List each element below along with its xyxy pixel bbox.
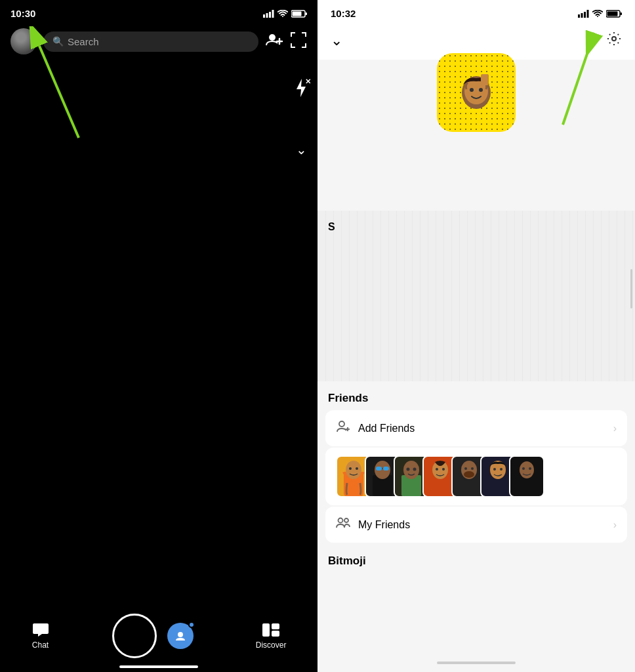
search-placeholder: Search (68, 36, 99, 47)
snapcode[interactable] (437, 53, 516, 132)
svg-rect-19 (581, 13, 583, 18)
search-icon: 🔍 (52, 36, 64, 47)
svg-point-49 (413, 468, 417, 471)
scan-button[interactable] (290, 32, 307, 52)
svg-rect-20 (584, 12, 586, 18)
my-friends-row[interactable]: My Friends › (325, 507, 627, 543)
svg-rect-5 (306, 12, 308, 15)
svg-rect-23 (621, 12, 623, 15)
wifi-icon-right (592, 10, 603, 18)
home-indicator-right (318, 654, 635, 672)
svg-point-7 (269, 34, 276, 41)
friend-bitmoji-5 (456, 457, 482, 496)
discover-nav-item[interactable]: Discover (256, 622, 287, 650)
svg-rect-0 (263, 14, 265, 18)
profile-screen: 10:32 ⌄ (318, 0, 635, 672)
svg-rect-1 (266, 13, 268, 18)
svg-point-66 (529, 467, 531, 470)
svg-point-57 (471, 467, 474, 470)
svg-rect-21 (587, 10, 589, 18)
svg-point-67 (338, 518, 343, 523)
add-friends-row[interactable]: Add Friends › (325, 410, 627, 446)
friends-avatars-row (325, 448, 627, 505)
friend-bitmoji-4 (427, 457, 453, 496)
search-bar[interactable]: 🔍 Search (43, 32, 258, 52)
chat-nav-item[interactable]: Chat (31, 622, 50, 650)
bitmoji-button[interactable] (167, 623, 194, 649)
camera-screen: 10:30 (0, 0, 318, 672)
friend-bitmoji-6 (485, 457, 511, 496)
svg-point-25 (612, 37, 616, 41)
svg-rect-24 (607, 11, 618, 16)
svg-point-29 (479, 88, 483, 92)
svg-rect-6 (293, 11, 302, 16)
bitmoji-notification-dot (188, 621, 195, 628)
wifi-icon (277, 10, 288, 18)
home-bar-right (437, 662, 516, 664)
friends-section-header: Friends (318, 381, 635, 410)
shutter-button[interactable] (112, 614, 157, 658)
svg-rect-15 (262, 623, 270, 637)
friend-bitmoji-1 (340, 457, 367, 496)
svg-rect-3 (272, 10, 274, 18)
add-friends-icon (336, 419, 350, 437)
status-bar-right: 10:32 (318, 0, 635, 24)
svg-rect-16 (272, 623, 279, 629)
striped-section: S (318, 211, 635, 381)
my-friends-label: My Friends (358, 519, 605, 531)
right-controls: ✕ ⌄ (294, 79, 308, 158)
profile-content: Friends Add Friends › (318, 381, 635, 654)
add-friend-icon (265, 32, 283, 47)
snapcode-area (318, 53, 635, 132)
svg-rect-43 (376, 467, 382, 471)
discover-label: Discover (256, 640, 287, 650)
svg-point-64 (520, 461, 534, 478)
scroll-indicator (630, 269, 632, 308)
svg-point-62 (500, 468, 502, 471)
camera-controls (112, 614, 194, 658)
my-friends-icon (336, 516, 350, 534)
user-avatar[interactable] (10, 28, 37, 54)
svg-point-28 (470, 88, 474, 92)
signal-icon (263, 10, 274, 18)
close-profile-button[interactable]: ⌄ (331, 32, 342, 49)
bottom-nav: Chat Discover (0, 606, 318, 672)
battery-icon-right (606, 10, 622, 18)
friends-list-icon (336, 516, 350, 530)
chat-icon (31, 622, 50, 638)
bitmoji-snapcode (453, 66, 499, 119)
svg-point-58 (464, 471, 474, 478)
svg-point-40 (356, 467, 358, 470)
time-left: 10:30 (10, 8, 35, 19)
status-bar-left: 10:30 (0, 0, 318, 24)
svg-point-34 (339, 421, 344, 427)
settings-button[interactable] (606, 31, 622, 51)
chat-label: Chat (32, 640, 49, 650)
svg-point-38 (346, 461, 361, 479)
svg-point-65 (522, 467, 525, 470)
svg-point-56 (464, 467, 467, 470)
bitmoji-icon (173, 629, 188, 643)
username-partial: S (328, 221, 335, 233)
status-icons-right (578, 10, 622, 18)
svg-point-52 (436, 468, 438, 471)
bitmoji-section-header: Bitmoji (318, 544, 635, 573)
svg-point-14 (178, 632, 183, 637)
signal-icon-right (578, 10, 589, 18)
friend-bitmoji-7 (514, 457, 540, 496)
night-mode-button[interactable] (294, 110, 308, 129)
svg-line-12 (39, 46, 79, 138)
bottom-spacer (318, 573, 635, 593)
gear-icon (606, 31, 622, 47)
svg-point-61 (493, 468, 496, 471)
scan-icon (290, 32, 307, 49)
home-indicator-left (119, 665, 198, 668)
more-button[interactable]: ⌄ (296, 142, 307, 158)
add-friend-button[interactable] (265, 32, 283, 51)
add-friends-label: Add Friends (358, 423, 605, 434)
status-icons-left (263, 10, 307, 18)
flash-button[interactable]: ✕ (295, 79, 307, 97)
friend-bitmoji-3 (398, 457, 424, 496)
flash-x-mark: ✕ (305, 77, 311, 86)
discover-icon (262, 622, 280, 638)
